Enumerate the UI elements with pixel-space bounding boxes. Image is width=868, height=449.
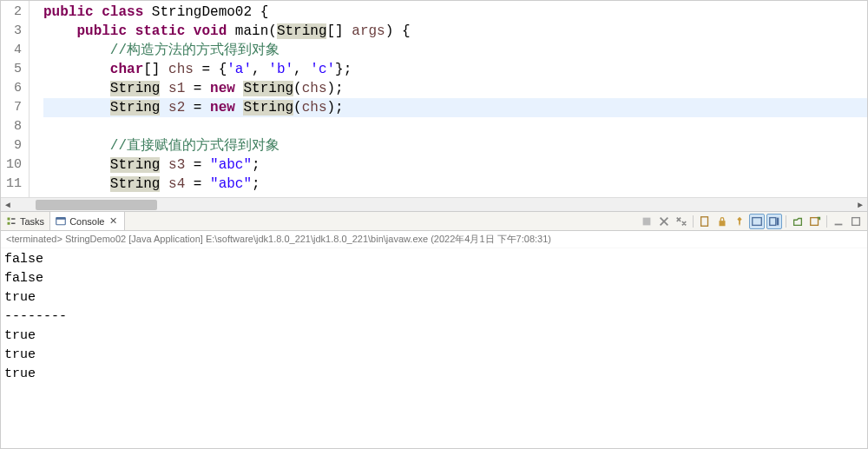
code-token: String	[110, 157, 161, 173]
open-icon	[792, 215, 804, 228]
code-line[interactable]: //构造方法的方式得到对象	[43, 41, 867, 60]
code-token: String	[110, 100, 161, 116]
code-line[interactable]: public static void main(String[] args) {	[43, 22, 867, 41]
code-line[interactable]: //直接赋值的方式得到对象	[43, 136, 867, 155]
scroll-left-arrow-icon[interactable]: ◄	[1, 198, 15, 212]
code-token: String	[110, 176, 161, 192]
line-number: 9	[1, 136, 29, 155]
minimize-button[interactable]	[831, 214, 846, 229]
code-token: //构造方法的方式得到对象	[110, 43, 279, 58]
code-token	[43, 23, 76, 39]
tab-label: Tasks	[20, 216, 44, 227]
code-line[interactable]	[43, 117, 867, 136]
code-token: );	[327, 81, 344, 96]
line-number: 10	[1, 155, 29, 175]
code-token: "abc"	[210, 176, 252, 192]
new-console-button[interactable]	[807, 214, 823, 229]
svg-rect-8	[770, 217, 776, 225]
code-token	[43, 176, 110, 192]
code-token: chs	[302, 81, 327, 96]
code-token	[160, 100, 168, 116]
code-token: };	[335, 62, 352, 77]
code-token: );	[327, 100, 344, 116]
code-token: =	[185, 100, 210, 116]
code-line[interactable]: String s2 = new String(chs);	[43, 98, 867, 117]
code-token: new	[210, 81, 235, 96]
console-panel: <terminated> StringDemo02 [Java Applicat…	[0, 231, 868, 449]
svg-rect-7	[753, 217, 762, 225]
code-token: args	[352, 23, 385, 39]
close-icon[interactable]: ✕	[108, 215, 119, 227]
code-token: String	[277, 23, 327, 39]
code-token: =	[185, 176, 210, 192]
code-line[interactable]: public class StringDemo02 {	[43, 3, 867, 22]
toolbar-divider	[786, 215, 786, 228]
svg-rect-0	[8, 217, 10, 220]
code-token: public	[76, 23, 127, 39]
code-token	[43, 157, 110, 173]
editor-horizontal-scrollbar[interactable]: ◄ ►	[1, 197, 867, 211]
console-toolbar	[639, 212, 867, 230]
pin-console-button[interactable]	[732, 214, 747, 229]
code-token: char	[110, 62, 143, 77]
code-token	[160, 81, 168, 96]
line-number: 7	[1, 98, 29, 117]
code-token	[160, 176, 168, 192]
code-token: ) {	[385, 23, 411, 39]
code-token	[43, 62, 110, 77]
code-token: //直接赋值的方式得到对象	[110, 138, 279, 154]
svg-rect-10	[811, 217, 819, 225]
console-icon	[56, 216, 66, 227]
terminated-label: <terminated>	[6, 234, 65, 244]
code-token: void	[194, 23, 227, 39]
code-token: (	[293, 81, 302, 96]
code-line[interactable]: String s4 = "abc";	[43, 175, 867, 194]
code-token: []	[143, 62, 168, 77]
double-x-icon	[675, 215, 687, 228]
line-number: 4	[1, 41, 29, 60]
code-token: main(	[227, 23, 277, 39]
tab-console[interactable]: Console ✕	[50, 212, 125, 230]
line-number: 2	[1, 3, 29, 22]
display-selected-button[interactable]	[749, 214, 765, 229]
toolbar-divider	[693, 215, 694, 228]
code-token	[160, 157, 168, 173]
maximize-icon	[850, 215, 862, 228]
code-token: "abc"	[210, 157, 252, 173]
code-token: String	[243, 81, 293, 96]
document-icon	[699, 215, 711, 228]
code-token	[127, 23, 135, 39]
code-line[interactable]: String s3 = "abc";	[43, 155, 867, 175]
line-number: 11	[1, 175, 29, 194]
terminate-button[interactable]	[639, 214, 654, 229]
code-line[interactable]: char[] chs = {'a', 'b', 'c'};	[43, 60, 867, 79]
code-token	[94, 4, 102, 20]
clear-console-button[interactable]	[697, 214, 713, 229]
show-console-button[interactable]	[766, 214, 782, 229]
code-token: ,	[252, 62, 268, 77]
scrollbar-thumb[interactable]	[36, 200, 157, 210]
remove-all-launch-button[interactable]	[674, 214, 689, 229]
minimize-icon	[832, 215, 845, 228]
code-token: 'b'	[268, 62, 293, 77]
bottom-panel-tabs: Tasks Console ✕	[0, 212, 868, 231]
code-token: StringDemo02 {	[143, 4, 268, 20]
maximize-button[interactable]	[848, 214, 864, 229]
code-token: ,	[293, 62, 310, 77]
scroll-lock-button[interactable]	[714, 214, 730, 229]
svg-rect-5	[701, 216, 708, 226]
scroll-right-arrow-icon[interactable]: ►	[853, 198, 867, 212]
code-token	[43, 81, 110, 96]
open-console-button[interactable]	[790, 214, 806, 229]
code-line[interactable]: String s1 = new String(chs);	[43, 79, 867, 98]
code-token: =	[185, 81, 210, 96]
code-token: []	[326, 23, 352, 39]
tab-tasks[interactable]: Tasks	[1, 212, 50, 230]
console-output[interactable]: false false true -------- true true true	[1, 248, 867, 448]
code-area[interactable]: public class StringDemo02 { public stati…	[30, 1, 867, 197]
x-icon	[658, 215, 670, 228]
code-token	[43, 100, 110, 116]
remove-launch-button[interactable]	[656, 214, 672, 229]
svg-rect-4	[643, 217, 651, 225]
code-token	[43, 43, 110, 58]
